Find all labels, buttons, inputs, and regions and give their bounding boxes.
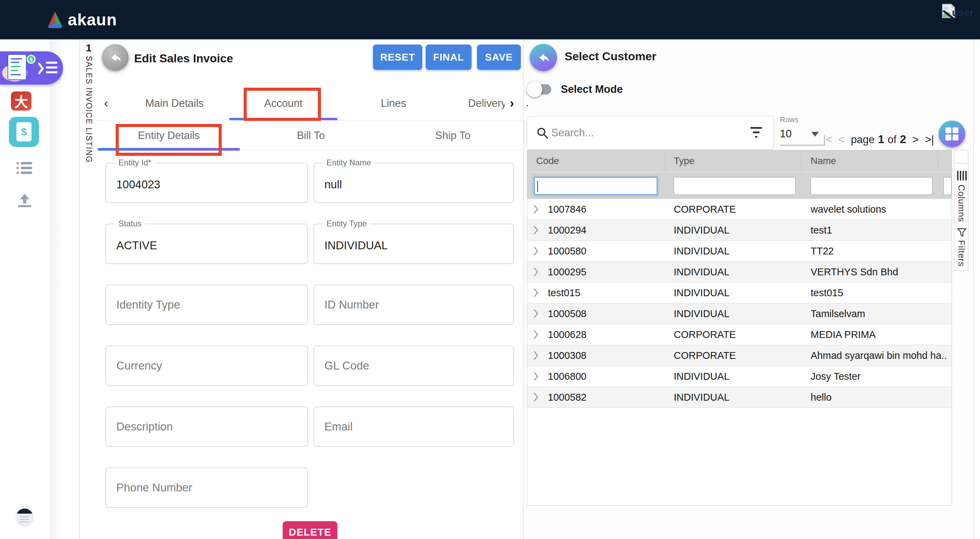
table-row[interactable]: 1007846 CORPORATE wavelet solutions xyxy=(527,199,951,220)
delete-button[interactable]: DELETE xyxy=(283,521,337,539)
side-tab-spacer xyxy=(954,150,968,163)
table-row[interactable]: 1000308 CORPORATE Ahmad syarqawi bin moh… xyxy=(527,345,951,366)
akaun-logo-icon xyxy=(47,11,63,29)
mini-screenshot-icon xyxy=(16,509,33,513)
columns-icon xyxy=(957,171,967,180)
filter-input-partial[interactable] xyxy=(943,177,951,195)
scrollbar-gutter[interactable] xyxy=(974,39,980,539)
expand-row-icon[interactable] xyxy=(533,330,538,340)
expand-row-icon[interactable] xyxy=(533,392,538,402)
identity-type-field[interactable]: Identity Type xyxy=(105,285,308,325)
table-row[interactable]: 1000580 INDIVIDUAL TT22 xyxy=(527,241,951,262)
receipt-icon: $ xyxy=(8,54,27,80)
table-row[interactable]: 1000628 CORPORATE MEDIA PRIMA xyxy=(527,324,951,345)
tab-bar: ‹ Main Details Account Lines Delivery › xyxy=(98,86,524,121)
final-button[interactable]: FINAL xyxy=(426,45,471,70)
upload-icon xyxy=(20,194,29,199)
back-button[interactable] xyxy=(102,44,129,71)
panel-title: Select Customer xyxy=(565,49,656,63)
expand-row-icon[interactable] xyxy=(533,267,538,277)
subtab-bar: Entity Details Bill To Ship To xyxy=(98,121,524,151)
user-avatar[interactable]: user xyxy=(942,3,974,19)
expand-row-icon[interactable] xyxy=(533,288,538,298)
expand-row-icon[interactable] xyxy=(533,204,538,214)
currency-field[interactable]: Currency xyxy=(105,346,308,386)
side-tab-columns[interactable]: Columns xyxy=(954,163,968,222)
table-filter-row xyxy=(527,172,951,199)
sidebar-item-red-app[interactable]: 大 xyxy=(11,91,32,111)
edit-sales-invoice-panel: Edit Sales Invoice RESET FINAL SAVE ‹ Ma… xyxy=(98,39,524,539)
table-row[interactable]: 1000295 INDIVIDUAL VERTHYS Sdn Bhd xyxy=(527,262,951,282)
id-number-field[interactable]: ID Number xyxy=(313,285,514,325)
tab-account[interactable]: Account xyxy=(229,86,337,121)
tabs-scroll-right[interactable]: › xyxy=(507,86,514,121)
description-field[interactable]: Description xyxy=(105,407,308,447)
tab-main-details[interactable]: Main Details xyxy=(120,86,229,121)
column-header-name[interactable]: Name xyxy=(811,150,836,172)
module-count-badge: 1 xyxy=(80,42,98,54)
subtab-ship-to[interactable]: Ship To xyxy=(382,121,524,151)
table-row[interactable]: 1000582 INDIVIDUAL hello xyxy=(527,387,951,408)
first-page-button[interactable]: |< xyxy=(823,133,832,146)
next-page-button[interactable]: > xyxy=(912,133,919,146)
sidebar-item-listing[interactable] xyxy=(16,160,32,176)
column-header-code[interactable]: Code xyxy=(536,150,559,172)
select-mode-toggle[interactable] xyxy=(529,84,551,95)
grid-icon xyxy=(945,127,959,141)
rows-per-page-select[interactable]: Rows 10 xyxy=(780,115,824,150)
prev-page-button[interactable]: < xyxy=(838,133,845,146)
gl-code-field[interactable]: GL Code xyxy=(313,346,514,386)
active-tab-underline xyxy=(229,118,337,121)
module-rail[interactable]: 1 SALES INVOICE LISTING xyxy=(80,39,98,539)
filter-input-name[interactable] xyxy=(811,177,932,195)
last-page-button[interactable]: >| xyxy=(925,133,934,146)
table-row[interactable]: test015 INDIVIDUAL test015 xyxy=(527,282,951,303)
expand-row-icon[interactable] xyxy=(533,309,538,319)
sidebar-item-sales-invoice[interactable]: $ xyxy=(0,51,63,85)
tabs-scroll-left[interactable]: ‹ xyxy=(104,86,108,121)
page-indicator: page 1 of 2 xyxy=(851,133,907,146)
page-title: Edit Sales Invoice xyxy=(134,52,233,65)
customer-back-button[interactable] xyxy=(530,44,557,71)
entity-type-field[interactable]: Entity Type INDIVIDUAL xyxy=(313,223,514,264)
top-navbar: akaun user xyxy=(0,0,980,39)
dollar-badge-icon: $ xyxy=(27,55,36,64)
brand[interactable]: akaun xyxy=(47,0,117,39)
tab-lines[interactable]: Lines xyxy=(339,86,448,121)
expand-row-icon[interactable] xyxy=(533,225,538,235)
expand-row-icon[interactable] xyxy=(533,372,538,381)
save-button[interactable]: SAVE xyxy=(477,45,521,70)
table-row[interactable]: 1000294 INDIVIDUAL test1 xyxy=(527,220,951,241)
tab-delivery[interactable]: Delivery xyxy=(448,86,505,121)
filter-sort-icon[interactable] xyxy=(750,127,762,139)
search-box[interactable] xyxy=(527,116,774,149)
sidebar-item-mini-preview[interactable] xyxy=(16,509,33,526)
select-mode-label: Select Mode xyxy=(561,83,623,96)
entity-name-field[interactable]: Entity Name null xyxy=(313,163,514,203)
entity-id-field[interactable]: Entity Id* 1004023 xyxy=(105,163,308,203)
module-rail-label: SALES INVOICE LISTING xyxy=(84,56,94,163)
email-field[interactable]: Email xyxy=(313,407,514,447)
reset-button[interactable]: RESET xyxy=(373,45,422,70)
search-input[interactable] xyxy=(551,117,743,149)
sidebar-item-upload[interactable] xyxy=(18,193,32,208)
search-icon xyxy=(536,127,549,140)
expand-row-icon[interactable] xyxy=(533,351,538,360)
dropdown-caret-icon xyxy=(811,132,819,137)
sidebar-item-billing[interactable]: $ xyxy=(9,117,39,147)
phone-number-field[interactable]: Phone Number xyxy=(105,467,308,508)
table-row[interactable]: 1000508 INDIVIDUAL Tamilselvam xyxy=(527,303,951,324)
status-field[interactable]: Status ACTIVE xyxy=(105,223,308,264)
side-tab-filters[interactable]: Filters xyxy=(954,222,968,271)
grid-view-button[interactable] xyxy=(939,121,965,147)
column-header-type[interactable]: Type xyxy=(674,150,695,172)
rows-label: Rows xyxy=(780,115,824,124)
table-row[interactable]: 1006800 INDIVIDUAL Josy Tester xyxy=(527,366,951,387)
table-side-tabs: Columns Filters xyxy=(954,150,968,271)
subtab-bill-to[interactable]: Bill To xyxy=(240,121,382,151)
expand-row-icon[interactable] xyxy=(533,246,538,256)
table-header: Code Type Name xyxy=(527,150,951,172)
subtab-entity-details[interactable]: Entity Details xyxy=(98,121,240,151)
filter-input-code[interactable] xyxy=(534,177,657,195)
filter-input-type[interactable] xyxy=(674,177,795,195)
